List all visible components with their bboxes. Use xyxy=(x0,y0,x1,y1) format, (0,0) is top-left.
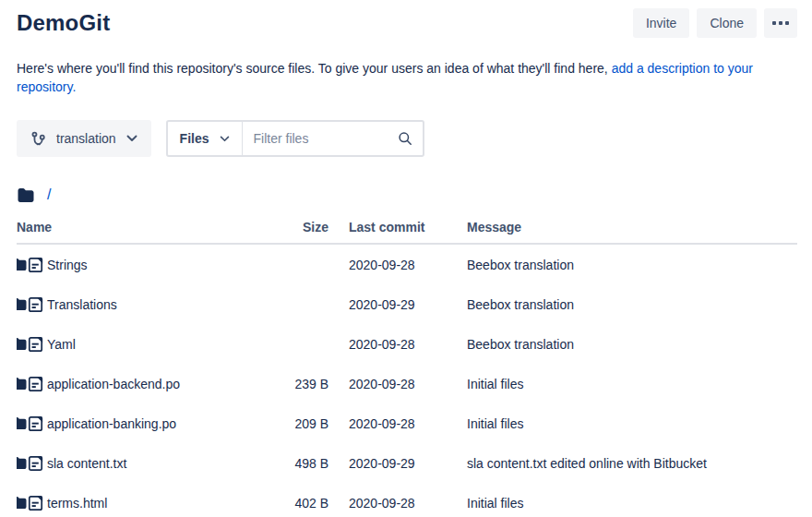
last-commit-date: 2020-09-28 xyxy=(349,364,467,403)
file-icon xyxy=(28,296,43,313)
last-commit-date: 2020-09-28 xyxy=(349,244,467,284)
branch-selector-label: translation xyxy=(56,131,116,146)
ellipsis-icon xyxy=(772,21,789,25)
file-icon xyxy=(28,415,43,432)
last-commit-date: 2020-09-28 xyxy=(349,403,467,443)
file-size: 239 B xyxy=(254,364,349,403)
page-header: DemoGit Invite Clone xyxy=(17,6,797,41)
file-name-link[interactable]: terms.html xyxy=(47,496,107,511)
file-name-link[interactable]: Strings xyxy=(47,258,88,272)
file-name-link[interactable]: Yaml xyxy=(47,337,76,352)
page-title: DemoGit xyxy=(17,10,110,36)
folder-icon xyxy=(17,496,28,510)
filter-files-input[interactable] xyxy=(243,131,398,146)
file-size: 402 B xyxy=(254,483,349,517)
folder-icon xyxy=(17,416,28,430)
folder-icon xyxy=(17,297,28,311)
folder-icon xyxy=(17,258,28,271)
file-table-body: Strings 2020-09-28 Beebox translation xyxy=(17,244,797,517)
table-row: Yaml 2020-09-28 Beebox translation xyxy=(17,324,797,364)
folder-icon xyxy=(17,187,35,203)
table-row: sla content.txt 498 B 2020-09-29 sla con… xyxy=(17,443,797,483)
file-size: 209 B xyxy=(254,403,349,443)
file-icon xyxy=(28,495,43,511)
file-name-link[interactable]: application-backend.po xyxy=(47,377,180,391)
file-size: 498 B xyxy=(254,443,349,483)
file-name-link[interactable]: Translations xyxy=(47,297,117,312)
file-icon xyxy=(28,455,43,472)
table-row: Translations 2020-09-29 Beebox translati… xyxy=(17,284,797,324)
file-filter-box: Files xyxy=(166,120,424,157)
file-name-link[interactable]: application-banking.po xyxy=(47,416,176,431)
clone-button[interactable]: Clone xyxy=(697,8,757,38)
last-commit-date: 2020-09-29 xyxy=(349,284,467,324)
invite-button[interactable]: Invite xyxy=(633,8,689,38)
filter-type-label: Files xyxy=(180,131,209,146)
table-row: application-backend.po 239 B 2020-09-28 … xyxy=(17,364,797,403)
commit-message: Initial files xyxy=(467,364,797,403)
commit-message: Initial files xyxy=(467,403,797,443)
file-size xyxy=(254,284,349,324)
table-row: terms.html 402 B 2020-09-28 Initial file… xyxy=(17,483,797,517)
folder-icon xyxy=(17,377,28,391)
folder-icon xyxy=(17,337,28,351)
chevron-down-icon xyxy=(220,136,230,142)
file-icon xyxy=(28,336,43,353)
filter-type-dropdown[interactable]: Files xyxy=(168,131,230,146)
table-header-row: Name Size Last commit Message xyxy=(17,216,797,244)
commit-message: Beebox translation xyxy=(467,284,797,324)
repo-source-page: DemoGit Invite Clone Here's where you'll… xyxy=(0,0,812,517)
commit-message: Beebox translation xyxy=(467,324,797,364)
column-header-size: Size xyxy=(254,216,349,244)
file-size xyxy=(254,324,349,364)
repo-description: Here's where you'll find this repository… xyxy=(17,59,797,96)
column-header-name: Name xyxy=(17,216,254,244)
header-actions: Invite Clone xyxy=(633,8,797,38)
more-options-button[interactable] xyxy=(764,8,797,38)
column-header-message: Message xyxy=(467,216,797,244)
source-controls: translation Files xyxy=(17,120,797,157)
commit-message: Beebox translation xyxy=(467,244,797,284)
branch-selector[interactable]: translation xyxy=(17,120,151,157)
search-icon xyxy=(398,131,423,146)
file-icon xyxy=(28,257,43,273)
folder-icon xyxy=(17,456,28,470)
commit-message: sla content.txt edited online with Bitbu… xyxy=(467,443,797,483)
root-path-link[interactable]: / xyxy=(47,186,51,203)
file-icon xyxy=(28,376,43,392)
last-commit-date: 2020-09-29 xyxy=(349,443,467,483)
file-name-link[interactable]: sla content.txt xyxy=(47,456,126,471)
description-text: Here's where you'll find this repository… xyxy=(17,61,612,76)
last-commit-date: 2020-09-28 xyxy=(349,324,467,364)
chevron-down-icon xyxy=(126,135,137,142)
column-header-last-commit: Last commit xyxy=(349,216,467,244)
commit-message: Initial files xyxy=(467,483,797,517)
table-row: Strings 2020-09-28 Beebox translation xyxy=(17,244,797,284)
breadcrumb: / xyxy=(17,185,797,205)
file-table: Name Size Last commit Message xyxy=(17,216,797,517)
git-branch-icon xyxy=(30,131,46,147)
table-row: application-banking.po 209 B 2020-09-28 … xyxy=(17,403,797,443)
file-size xyxy=(254,244,349,284)
last-commit-date: 2020-09-28 xyxy=(349,483,467,517)
